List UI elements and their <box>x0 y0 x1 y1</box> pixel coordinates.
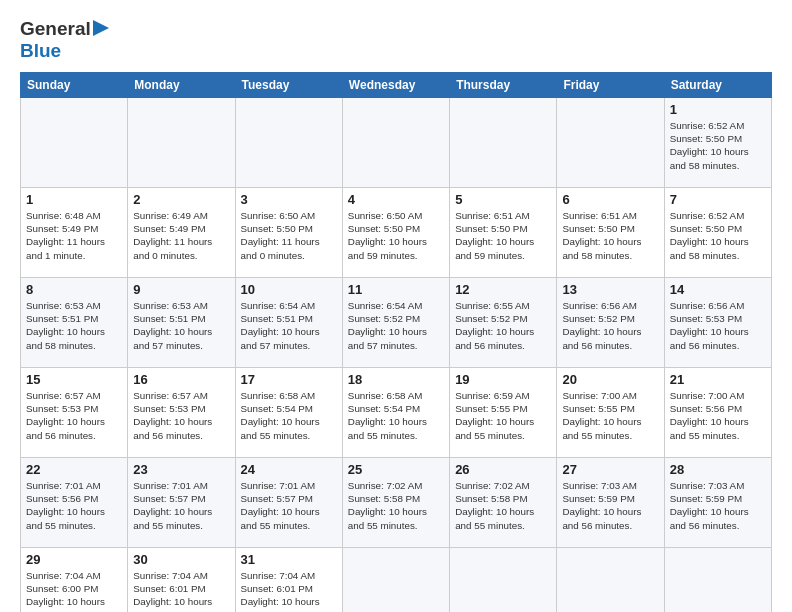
calendar-week-2: 1Sunrise: 6:48 AMSunset: 5:49 PMDaylight… <box>21 188 772 278</box>
sunrise-label: Sunrise: 6:53 AM <box>133 300 208 311</box>
sunset-label: Sunset: 5:50 PM <box>455 223 527 234</box>
day-info: Sunrise: 7:04 AMSunset: 6:00 PMDaylight:… <box>26 569 122 612</box>
sunset-label: Sunset: 5:50 PM <box>348 223 420 234</box>
calendar-header-row: SundayMondayTuesdayWednesdayThursdayFrid… <box>21 73 772 98</box>
sunset-label: Sunset: 6:01 PM <box>133 583 205 594</box>
sunset-label: Sunset: 5:57 PM <box>133 493 205 504</box>
sunrise-label: Sunrise: 6:54 AM <box>348 300 423 311</box>
calendar-cell: 11Sunrise: 6:54 AMSunset: 5:52 PMDayligh… <box>342 278 449 368</box>
day-number: 3 <box>241 192 337 207</box>
daylight-label: Daylight: 10 hours and 55 minutes. <box>26 506 105 530</box>
sunset-label: Sunset: 5:53 PM <box>133 403 205 414</box>
sunrise-label: Sunrise: 6:59 AM <box>455 390 530 401</box>
daylight-label: Daylight: 10 hours and 56 minutes. <box>133 596 212 612</box>
day-info: Sunrise: 6:50 AMSunset: 5:50 PMDaylight:… <box>348 209 444 262</box>
daylight-label: Daylight: 10 hours and 55 minutes. <box>348 506 427 530</box>
day-info: Sunrise: 7:03 AMSunset: 5:59 PMDaylight:… <box>670 479 766 532</box>
day-info: Sunrise: 6:55 AMSunset: 5:52 PMDaylight:… <box>455 299 551 352</box>
sunset-label: Sunset: 5:51 PM <box>26 313 98 324</box>
daylight-label: Daylight: 10 hours and 59 minutes. <box>348 236 427 260</box>
calendar-cell: 17Sunrise: 6:58 AMSunset: 5:54 PMDayligh… <box>235 368 342 458</box>
day-number: 15 <box>26 372 122 387</box>
calendar-cell <box>342 548 449 613</box>
calendar-week-3: 8Sunrise: 6:53 AMSunset: 5:51 PMDaylight… <box>21 278 772 368</box>
daylight-label: Daylight: 10 hours and 55 minutes. <box>348 416 427 440</box>
calendar-cell: 27Sunrise: 7:03 AMSunset: 5:59 PMDayligh… <box>557 458 664 548</box>
sunrise-label: Sunrise: 6:50 AM <box>241 210 316 221</box>
sunset-label: Sunset: 6:01 PM <box>241 583 313 594</box>
day-info: Sunrise: 6:57 AMSunset: 5:53 PMDaylight:… <box>133 389 229 442</box>
sunrise-label: Sunrise: 7:01 AM <box>26 480 101 491</box>
day-number: 11 <box>348 282 444 297</box>
sunset-label: Sunset: 5:52 PM <box>562 313 634 324</box>
daylight-label: Daylight: 10 hours and 56 minutes. <box>562 326 641 350</box>
calendar-cell: 7Sunrise: 6:52 AMSunset: 5:50 PMDaylight… <box>664 188 771 278</box>
sunset-label: Sunset: 5:50 PM <box>562 223 634 234</box>
day-info: Sunrise: 6:54 AMSunset: 5:52 PMDaylight:… <box>348 299 444 352</box>
day-info: Sunrise: 7:00 AMSunset: 5:56 PMDaylight:… <box>670 389 766 442</box>
calendar-cell <box>21 98 128 188</box>
day-number: 19 <box>455 372 551 387</box>
daylight-label: Daylight: 10 hours and 57 minutes. <box>133 326 212 350</box>
day-number: 14 <box>670 282 766 297</box>
sunrise-label: Sunrise: 6:57 AM <box>26 390 101 401</box>
daylight-label: Daylight: 10 hours and 58 minutes. <box>26 326 105 350</box>
day-number: 17 <box>241 372 337 387</box>
day-number: 25 <box>348 462 444 477</box>
day-info: Sunrise: 6:52 AMSunset: 5:50 PMDaylight:… <box>670 119 766 172</box>
calendar-cell: 20Sunrise: 7:00 AMSunset: 5:55 PMDayligh… <box>557 368 664 458</box>
sunset-label: Sunset: 5:55 PM <box>562 403 634 414</box>
daylight-label: Daylight: 10 hours and 58 minutes. <box>670 146 749 170</box>
sunset-label: Sunset: 5:56 PM <box>670 403 742 414</box>
sunset-label: Sunset: 5:54 PM <box>241 403 313 414</box>
sunset-label: Sunset: 5:58 PM <box>348 493 420 504</box>
day-info: Sunrise: 6:57 AMSunset: 5:53 PMDaylight:… <box>26 389 122 442</box>
calendar-week-1: 1Sunrise: 6:52 AMSunset: 5:50 PMDaylight… <box>21 98 772 188</box>
daylight-label: Daylight: 10 hours and 55 minutes. <box>455 416 534 440</box>
day-info: Sunrise: 7:01 AMSunset: 5:56 PMDaylight:… <box>26 479 122 532</box>
day-info: Sunrise: 6:56 AMSunset: 5:53 PMDaylight:… <box>670 299 766 352</box>
sunset-label: Sunset: 5:53 PM <box>670 313 742 324</box>
calendar-cell <box>557 548 664 613</box>
sunrise-label: Sunrise: 6:51 AM <box>455 210 530 221</box>
sunset-label: Sunset: 5:59 PM <box>562 493 634 504</box>
calendar-cell: 3Sunrise: 6:50 AMSunset: 5:50 PMDaylight… <box>235 188 342 278</box>
sunrise-label: Sunrise: 7:02 AM <box>455 480 530 491</box>
sunset-label: Sunset: 5:55 PM <box>455 403 527 414</box>
sunset-label: Sunset: 5:50 PM <box>670 223 742 234</box>
day-info: Sunrise: 6:51 AMSunset: 5:50 PMDaylight:… <box>562 209 658 262</box>
daylight-label: Daylight: 10 hours and 58 minutes. <box>562 236 641 260</box>
day-number: 16 <box>133 372 229 387</box>
daylight-label: Daylight: 10 hours and 55 minutes. <box>670 416 749 440</box>
sunset-label: Sunset: 5:56 PM <box>26 493 98 504</box>
calendar-cell: 14Sunrise: 6:56 AMSunset: 5:53 PMDayligh… <box>664 278 771 368</box>
logo-general: General <box>20 18 91 40</box>
sunrise-label: Sunrise: 6:48 AM <box>26 210 101 221</box>
sunrise-label: Sunrise: 6:58 AM <box>348 390 423 401</box>
day-number: 6 <box>562 192 658 207</box>
daylight-label: Daylight: 10 hours and 57 minutes. <box>348 326 427 350</box>
daylight-label: Daylight: 10 hours and 56 minutes. <box>562 506 641 530</box>
day-number: 21 <box>670 372 766 387</box>
col-header-saturday: Saturday <box>664 73 771 98</box>
day-number: 24 <box>241 462 337 477</box>
calendar-cell: 6Sunrise: 6:51 AMSunset: 5:50 PMDaylight… <box>557 188 664 278</box>
calendar-cell: 8Sunrise: 6:53 AMSunset: 5:51 PMDaylight… <box>21 278 128 368</box>
sunset-label: Sunset: 5:50 PM <box>670 133 742 144</box>
daylight-label: Daylight: 10 hours and 55 minutes. <box>241 506 320 530</box>
sunrise-label: Sunrise: 7:01 AM <box>241 480 316 491</box>
logo: General Blue <box>20 18 109 62</box>
day-number: 22 <box>26 462 122 477</box>
sunset-label: Sunset: 5:51 PM <box>133 313 205 324</box>
col-header-tuesday: Tuesday <box>235 73 342 98</box>
sunrise-label: Sunrise: 6:51 AM <box>562 210 637 221</box>
sunrise-label: Sunrise: 6:52 AM <box>670 210 745 221</box>
sunset-label: Sunset: 5:49 PM <box>26 223 98 234</box>
header: General Blue <box>20 18 772 62</box>
day-info: Sunrise: 7:04 AMSunset: 6:01 PMDaylight:… <box>133 569 229 612</box>
calendar-cell <box>128 98 235 188</box>
sunrise-label: Sunrise: 6:49 AM <box>133 210 208 221</box>
sunrise-label: Sunrise: 7:01 AM <box>133 480 208 491</box>
daylight-label: Daylight: 10 hours and 55 minutes. <box>241 416 320 440</box>
calendar-cell: 18Sunrise: 6:58 AMSunset: 5:54 PMDayligh… <box>342 368 449 458</box>
